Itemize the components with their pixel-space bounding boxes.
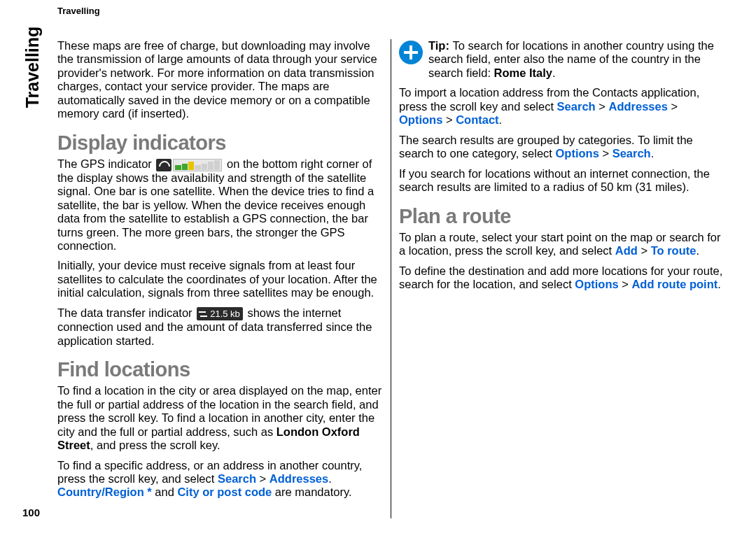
text: The GPS indicator: [57, 157, 155, 170]
menu-path: To route: [651, 244, 696, 257]
text: >: [442, 113, 456, 126]
text: >: [638, 244, 651, 257]
text: are mandatory.: [272, 486, 351, 498]
menu-path: Country/Region *: [57, 486, 152, 498]
page-number: 100: [22, 507, 40, 518]
import-paragraph: To import a location address from the Co…: [399, 86, 724, 127]
text: >: [619, 278, 632, 290]
example-bold: Rome Italy: [494, 66, 552, 79]
text: To search for locations in another count…: [428, 39, 714, 79]
text: .: [718, 278, 721, 290]
text: .: [328, 472, 332, 485]
menu-path: Search: [612, 147, 651, 160]
menu-path: City or post code: [177, 486, 272, 498]
menu-path: Search: [557, 100, 596, 113]
satellite-icon: [156, 159, 172, 171]
side-tab: Travelling: [17, 20, 48, 114]
satellites-paragraph: Initially, your device must receive sign…: [57, 259, 382, 299]
running-head: Travelling: [57, 6, 100, 16]
gps-paragraph: The GPS indicator on the bottom right co…: [57, 157, 382, 253]
text: >: [256, 472, 270, 485]
text: .: [696, 244, 699, 257]
tip-block: Tip: To search for locations in another …: [399, 39, 724, 80]
tip-label: Tip:: [428, 39, 453, 52]
gps-signal-icon: [156, 159, 222, 171]
tip-plus-icon: [399, 41, 423, 64]
text: and: [152, 486, 178, 498]
text: .: [499, 113, 503, 126]
heading-find-locations: Find locations: [57, 358, 382, 381]
data-transfer-icon: 21.5 kb: [197, 307, 243, 320]
menu-path: Options: [555, 147, 598, 160]
transfer-arrows-icon: [198, 309, 208, 319]
destination-paragraph: To define the destination and add more l…: [399, 264, 724, 292]
menu-path: Addresses: [608, 100, 667, 113]
text: >: [596, 100, 609, 113]
menu-path: Add: [615, 244, 638, 257]
text: , and press the scroll key.: [90, 439, 220, 451]
address-paragraph: To find a specific address, or an addres…: [57, 459, 382, 500]
signal-bars-icon: [173, 159, 222, 171]
menu-path: Contact: [456, 113, 498, 126]
text: >: [668, 100, 678, 113]
text: >: [599, 147, 612, 160]
data-transfer-paragraph: The data transfer indicator 21.5 kb show…: [57, 306, 382, 348]
text: The data transfer indicator: [57, 306, 195, 319]
text: .: [651, 147, 654, 160]
intro-paragraph: These maps are free of charge, but downl…: [57, 39, 382, 121]
tip-text: Tip: To search for locations in another …: [428, 39, 724, 80]
menu-path: Addresses: [270, 472, 328, 485]
side-tab-label: Travelling: [22, 26, 43, 108]
heading-display-indicators: Display indicators: [57, 131, 382, 155]
menu-path: Options: [399, 113, 442, 126]
menu-path: Add route point: [631, 278, 718, 290]
find-paragraph: To find a location in the city or area d…: [57, 384, 382, 452]
plan-paragraph: To plan a route, select your start point…: [399, 231, 724, 258]
menu-path: Options: [575, 278, 618, 290]
text: on the bottom right corner of the displa…: [57, 157, 374, 252]
page-content: These maps are free of charge, but downl…: [57, 39, 724, 518]
heading-plan-route: Plan a route: [399, 204, 724, 228]
group-paragraph: The search results are grouped by catego…: [399, 134, 724, 161]
menu-path: Search: [218, 472, 256, 485]
text: .: [552, 66, 556, 79]
offline-paragraph: If you search for locations without an i…: [399, 167, 724, 194]
data-amount: 21.5 kb: [210, 309, 240, 319]
